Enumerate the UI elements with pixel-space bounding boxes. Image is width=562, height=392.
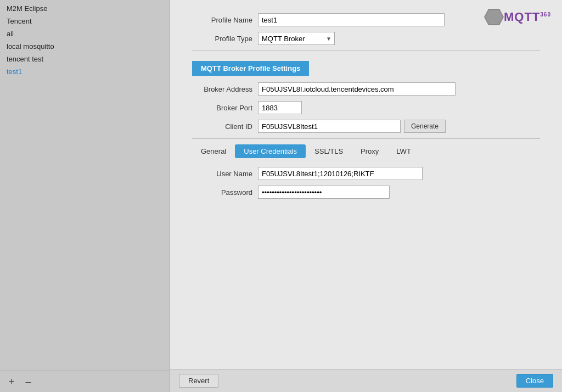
generate-button[interactable]: Generate	[404, 120, 446, 133]
profile-type-select[interactable]: MQTT BrokerMQTT SubscriberMQTT Publisher	[258, 32, 335, 45]
mqtt-logo-icon	[484, 9, 504, 25]
sidebar-item-test1[interactable]: test1	[0, 65, 170, 78]
profile-type-row: Profile Type MQTT BrokerMQTT SubscriberM…	[192, 32, 540, 45]
broker-port-label: Broker Port	[192, 104, 258, 112]
add-profile-button[interactable]: +	[7, 376, 17, 388]
password-label: Password	[192, 188, 258, 197]
profile-name-input[interactable]	[258, 13, 445, 26]
mqtt-logo: MQTT360	[484, 9, 551, 25]
divider-2	[192, 138, 540, 139]
tab-proxy[interactable]: Proxy	[352, 144, 387, 158]
tab-lwt[interactable]: LWT	[387, 144, 419, 158]
sidebar-item-tencent-test[interactable]: tencent test	[0, 53, 170, 65]
broker-settings-header: MQTT Broker Profile Settings	[192, 57, 540, 82]
remove-profile-button[interactable]: –	[24, 376, 33, 388]
profile-type-label: Profile Type	[192, 35, 258, 43]
sidebar-list: M2M EclipseTencentalilocal mosquittotenc…	[0, 0, 170, 371]
tab-content: User Name Password	[192, 167, 540, 199]
sidebar-item-ali[interactable]: ali	[0, 27, 170, 40]
client-id-row: Client ID Generate	[192, 120, 540, 133]
client-id-input[interactable]	[258, 120, 401, 133]
sidebar-item-local-mosquitto[interactable]: local mosquitto	[0, 40, 170, 53]
profile-name-label: Profile Name	[192, 16, 258, 24]
close-button[interactable]: Close	[516, 374, 553, 388]
tab-user-credentials[interactable]: User Credentials	[235, 144, 306, 158]
broker-port-input[interactable]	[258, 101, 302, 114]
broker-settings-label: MQTT Broker Profile Settings	[192, 61, 309, 76]
sidebar-item-tencent[interactable]: Tencent	[0, 15, 170, 27]
profile-type-wrapper: MQTT BrokerMQTT SubscriberMQTT Publisher	[258, 32, 335, 45]
mqtt-logo-text: MQTT360	[504, 10, 551, 24]
main-panel: MQTT360 Profile Name Profile Type MQTT B…	[170, 0, 562, 392]
password-input[interactable]	[258, 186, 390, 199]
broker-port-row: Broker Port	[192, 101, 540, 114]
username-input[interactable]	[258, 167, 423, 180]
username-label: User Name	[192, 170, 258, 178]
sidebar-footer: + –	[0, 371, 170, 392]
bottom-bar: Revert Close	[170, 369, 562, 392]
content-area: MQTT360 Profile Name Profile Type MQTT B…	[170, 0, 562, 369]
tab-general[interactable]: General	[192, 144, 235, 158]
broker-address-label: Broker Address	[192, 85, 258, 93]
divider-1	[192, 51, 540, 51]
broker-address-row: Broker Address	[192, 82, 540, 96]
tab-ssl-tls[interactable]: SSL/TLS	[306, 144, 352, 158]
revert-button[interactable]: Revert	[179, 374, 218, 388]
username-row: User Name	[192, 167, 540, 180]
sidebar-item-m2m-eclipse[interactable]: M2M Eclipse	[0, 2, 170, 15]
client-id-label: Client ID	[192, 122, 258, 131]
sidebar: M2M EclipseTencentalilocal mosquittotenc…	[0, 0, 170, 392]
password-row: Password	[192, 186, 540, 199]
broker-address-input[interactable]	[258, 82, 456, 96]
tabs-row: GeneralUser CredentialsSSL/TLSProxyLWT	[192, 144, 540, 158]
mqtt-logo-sup: 360	[540, 12, 551, 18]
